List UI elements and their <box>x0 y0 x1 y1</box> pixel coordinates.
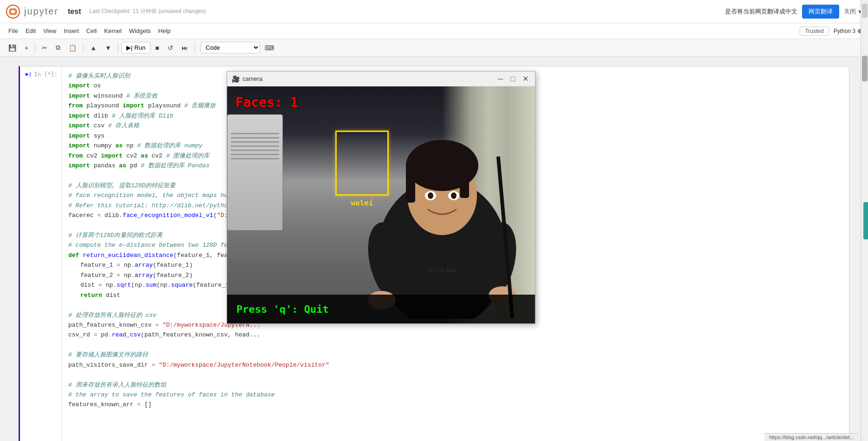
menu-widgets[interactable]: Widgets <box>126 26 154 36</box>
camera-body: IN THE AAF wulei Faces: 1 <box>227 86 535 323</box>
stop-button[interactable]: ■ <box>151 42 163 54</box>
camera-controls: ─ □ ✕ <box>496 74 530 83</box>
jupyter-brand-text: jupyter <box>24 6 59 17</box>
menu-help[interactable]: Help <box>156 26 174 36</box>
code-comment-16: # 用来存放所有录入人脸特征的数组 <box>68 380 842 390</box>
copy-button[interactable]: ⧉ <box>52 41 64 54</box>
close-translate-label: 关闭 <box>844 7 856 16</box>
top-bar: jupyter test Last Checkpoint: 11 分钟前 (un… <box>0 0 868 23</box>
translate-bar: 是否将当前网页翻译成中文 网页翻译 关闭 ▼ <box>725 5 862 19</box>
keyboard-shortcuts-button[interactable]: ⌨ <box>261 42 278 54</box>
logo-area: jupyter test Last Checkpoint: 11 分钟前 (un… <box>6 4 206 19</box>
scrollbar-thumb-top[interactable] <box>862 4 868 18</box>
python-version-label: Python 3 <box>834 28 855 34</box>
menu-kernel[interactable]: Kernel <box>101 26 124 36</box>
close-translate-button[interactable]: 关闭 ▼ <box>844 7 862 16</box>
camera-minimize-button[interactable]: ─ <box>496 75 505 83</box>
checkpoint-info: Last Checkpoint: 11 分钟前 (unsaved changes… <box>89 7 206 15</box>
scrollbar-track[interactable] <box>861 0 868 441</box>
toolbar-separator-2 <box>83 43 84 53</box>
toolbar-separator-1 <box>35 43 35 53</box>
cut-button[interactable]: ✂ <box>38 42 51 54</box>
camera-maximize-button[interactable]: □ <box>509 75 517 83</box>
url-bar: https://blog.csdn.net/qq.../article/det.… <box>764 433 859 441</box>
trusted-badge: Trusted <box>800 26 829 36</box>
restart-run-button[interactable]: ⏭ <box>178 42 192 54</box>
notebook-title[interactable]: test <box>68 7 81 16</box>
camera-title-text: camera <box>242 75 262 82</box>
jupyter-logo-icon <box>6 4 20 19</box>
run-icon: ▶| <box>126 44 132 51</box>
svg-point-10 <box>428 192 433 199</box>
ac-vents <box>231 133 279 162</box>
trusted-area: Trusted Python 3 <box>800 26 862 36</box>
cell-container[interactable]: ▶| In [*]: # 摄像头实时人脸识别 import os import … <box>19 66 849 441</box>
svg-text:IN THE AAF: IN THE AAF <box>428 268 456 273</box>
svg-rect-7 <box>406 165 415 203</box>
camera-title-left: 🎥 camera <box>232 75 262 83</box>
run-label: Run <box>134 44 145 51</box>
camera-icon: 🎥 <box>232 75 240 83</box>
cell-gutter: ▶| In [*]: <box>20 66 62 441</box>
camera-quit-bar: Press 'q': Quit <box>227 295 535 323</box>
svg-rect-8 <box>460 165 469 198</box>
toolbar: 💾 + ✂ ⧉ 📋 ▲ ▼ ▶| Run ■ ↺ ⏭ Code Markdown… <box>0 39 868 57</box>
camera-window[interactable]: 🎥 camera ─ □ ✕ <box>227 71 535 324</box>
translate-prompt: 是否将当前网页翻译成中文 <box>725 7 797 16</box>
face-detected-label: wulei <box>351 198 373 207</box>
extension-scrollbar[interactable] <box>863 202 868 239</box>
main-content: ▶| In [*]: # 摄像头实时人脸识别 import os import … <box>0 57 868 441</box>
save-button[interactable]: 💾 <box>5 42 20 54</box>
svg-point-0 <box>7 5 20 18</box>
toolbar-separator-3 <box>118 43 118 53</box>
restart-button[interactable]: ↺ <box>164 42 177 54</box>
ac-unit <box>227 114 283 230</box>
python-badge: Python 3 <box>834 28 862 34</box>
faces-count-text: Faces: 1 <box>235 95 298 110</box>
code-comment-17: # the array to save the features of face… <box>68 390 842 400</box>
move-down-button[interactable]: ▼ <box>101 42 115 54</box>
translate-button[interactable]: 网页翻译 <box>802 5 839 19</box>
code-line-19: features_known_arr = [] <box>68 400 842 409</box>
menu-cell[interactable]: Cell <box>84 26 99 36</box>
code-line-17: csv_rd = pd.read_csv(path_features_known… <box>68 330 842 340</box>
menu-bar: File Edit View Insert Cell Kernel Widget… <box>0 23 868 39</box>
move-up-button[interactable]: ▲ <box>86 42 100 54</box>
code-comment-15: # 要存储人脸图像文件的路径 <box>68 350 842 360</box>
camera-titlebar: 🎥 camera ─ □ ✕ <box>227 72 535 86</box>
cell-execution-marker: In [*]: <box>34 71 58 78</box>
paste-button[interactable]: 📋 <box>65 42 80 54</box>
menu-insert[interactable]: Insert <box>61 26 82 36</box>
toolbar-separator-4 <box>195 43 195 53</box>
scrollbar-thumb-main[interactable] <box>862 56 868 81</box>
run-button[interactable]: ▶| Run <box>121 42 150 53</box>
svg-point-12 <box>451 192 457 199</box>
face-detection-box: wulei <box>335 131 389 196</box>
press-q-text: Press 'q': Quit <box>236 303 329 315</box>
menu-edit[interactable]: Edit <box>23 26 39 36</box>
menu-items: File Edit View Insert Cell Kernel Widget… <box>6 26 174 36</box>
add-cell-button[interactable]: + <box>21 42 32 54</box>
cell-type-select[interactable]: Code Markdown Raw NBConvert <box>201 42 260 53</box>
code-line-18: path_visitors_save_dir = "D:/myworkspace… <box>68 360 842 370</box>
camera-close-button[interactable]: ✕ <box>521 74 530 83</box>
menu-view[interactable]: View <box>40 26 59 36</box>
menu-file[interactable]: File <box>6 26 21 36</box>
